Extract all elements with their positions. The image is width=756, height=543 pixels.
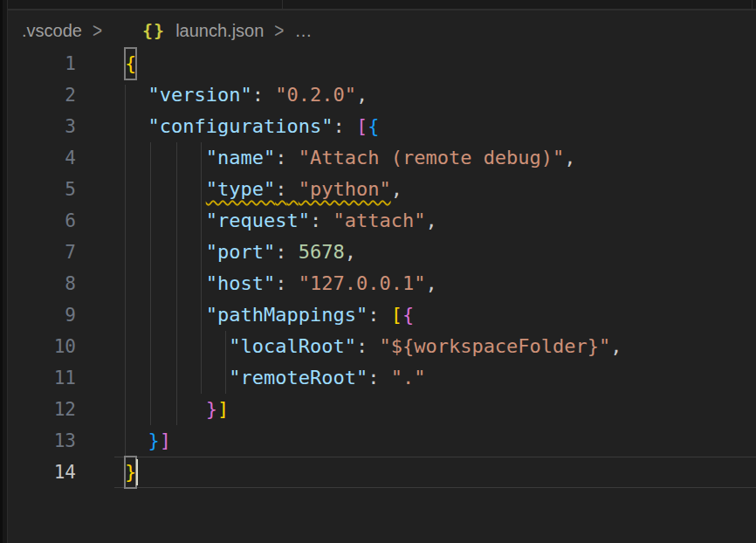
token [125,335,229,357]
code-line[interactable]: 14} [0,457,756,488]
chevron-right-icon: > [93,18,102,43]
matched-bracket: } [125,457,136,488]
matched-bracket: { [125,48,136,79]
token: [ [356,115,368,137]
breadcrumb-symbol-overflow[interactable]: … [294,21,312,41]
warning-squiggle: "type": "python" [206,178,391,200]
line-number[interactable]: 13 [0,425,76,457]
code-text: }] [125,425,171,457]
line-number[interactable]: 4 [0,142,76,174]
token: ] [160,430,171,451]
token: , [356,84,368,106]
code-line[interactable]: 4 "name": "Attach (remote debug)", [0,142,756,174]
token: , [345,241,356,263]
token: "${workspaceFolder}" [379,335,610,357]
token: "port" [206,241,275,263]
line-number[interactable]: 10 [0,331,76,362]
token [379,304,390,326]
code-text: "version": "0.2.0", [125,79,368,111]
code-line[interactable]: 12 }] [0,394,756,425]
window-left-edge [0,0,8,543]
token: "type" [206,178,275,200]
token: , [425,272,436,294]
line-number[interactable]: 2 [0,79,76,111]
line-number[interactable]: 11 [0,362,76,394]
code-line[interactable]: 13 }] [0,425,756,457]
code-text: "pathMappings": [{ [125,299,414,331]
token [125,430,148,451]
json-braces-icon: {} [142,20,165,41]
token: "python" [299,178,391,200]
code-text: { [125,48,136,79]
line-number[interactable]: 8 [0,268,76,299]
token: "name" [206,147,275,168]
token: , [564,147,575,168]
code-lines: 1{2 "version": "0.2.0",3 "configurations… [0,48,756,488]
breadcrumb-file[interactable]: launch.json [175,21,264,41]
token: "pathMappings" [206,304,368,326]
token [125,241,206,263]
code-line[interactable]: 2 "version": "0.2.0", [0,79,756,111]
token [345,115,356,137]
token [321,210,333,231]
code-line[interactable]: 5 "type": "python", [0,174,756,205]
code-line[interactable]: 9 "pathMappings": [{ [0,299,756,331]
token [125,84,148,106]
line-number[interactable]: 5 [0,174,76,205]
token: : [310,210,321,231]
token: : [252,84,264,106]
token: : [275,241,286,263]
code-text: "request": "attach", [125,205,437,237]
code-line[interactable]: 8 "host": "127.0.0.1", [0,268,756,299]
token [125,210,206,231]
breadcrumb-folder[interactable]: .vscode [22,21,82,41]
code-text: "host": "127.0.0.1", [125,268,437,299]
code-text: "configurations": [{ [125,111,379,142]
token: , [610,335,622,357]
token: ] [217,398,229,420]
token: } [148,430,160,451]
token: 5678 [299,241,345,263]
code-line[interactable]: 1{ [0,48,756,79]
token: , [425,210,436,231]
token: "host" [206,272,275,294]
token [125,398,206,420]
line-number[interactable]: 1 [0,48,76,79]
code-text: "remoteRoot": "." [125,362,425,394]
token: : [368,304,379,326]
code-line[interactable]: 6 "request": "attach", [0,205,756,237]
token: "." [391,367,426,388]
code-line[interactable]: 10 "localRoot": "${workspaceFolder}", [0,331,756,362]
line-number[interactable]: 14 [0,457,76,488]
line-number[interactable]: 3 [0,111,76,142]
token [286,241,298,263]
line-number[interactable]: 12 [0,394,76,425]
chevron-right-icon: > [274,18,284,43]
code-line[interactable]: 11 "remoteRoot": "." [0,362,756,394]
token: , [391,178,402,200]
token: "version" [148,84,252,106]
token: { [402,304,414,326]
line-number[interactable]: 6 [0,205,76,237]
line-number[interactable]: 7 [0,237,76,268]
token [125,115,148,137]
line-number[interactable]: 9 [0,299,76,331]
tab-separator [282,0,283,10]
token [125,178,206,200]
code-text: "port": 5678, [125,237,356,268]
code-line[interactable]: 3 "configurations": [{ [0,111,756,142]
token: "127.0.0.1" [299,272,426,294]
token: "localRoot" [229,335,356,357]
code-text: }] [125,394,229,425]
token: "configurations" [148,115,333,137]
token: : [356,335,368,357]
token: : [368,367,379,388]
token [125,147,206,168]
tab-bar-strip [8,0,756,10]
token [125,367,229,388]
token: { [368,115,379,137]
code-line[interactable]: 7 "port": 5678, [0,237,756,268]
token [286,147,298,168]
editor-pane[interactable]: 1{2 "version": "0.2.0",3 "configurations… [0,0,756,543]
token [379,367,390,388]
